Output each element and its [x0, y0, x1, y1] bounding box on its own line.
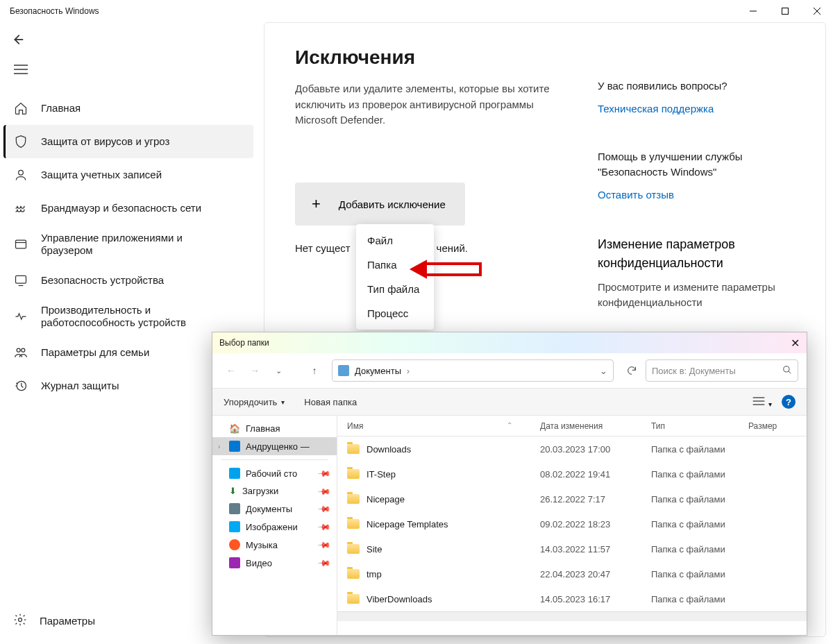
file-row[interactable]: Downloads20.03.2023 17:00Папка с файлами — [337, 437, 807, 461]
nav-back-button[interactable]: ← — [221, 360, 242, 381]
svg-point-8 — [19, 170, 24, 175]
minimize-button[interactable] — [737, 0, 769, 22]
refresh-button[interactable] — [621, 359, 643, 382]
file-type: Папка с файлами — [651, 594, 748, 604]
plus-icon: + — [312, 195, 321, 213]
svg-rect-9 — [16, 240, 26, 248]
nav-forward-button[interactable]: → — [244, 360, 265, 381]
nav-recent-button[interactable]: ⌄ — [268, 360, 289, 381]
pin-icon: 📌 — [317, 520, 332, 534]
file-name: Site — [367, 544, 540, 554]
file-type: Папка с файлами — [651, 444, 748, 455]
settings-link[interactable]: Параметры — [3, 604, 212, 637]
dialog-close-button[interactable]: ✕ — [791, 337, 800, 350]
sidebar-item-label: Производительность и работоспособность у… — [41, 304, 235, 329]
pin-icon: 📌 — [317, 466, 332, 481]
dropdown-item-file[interactable]: Файл — [356, 228, 434, 253]
horizontal-scrollbar[interactable] — [337, 611, 807, 621]
search-icon — [782, 365, 792, 377]
file-list-header: Имя⌃ Дата изменения Тип Размер — [337, 416, 807, 437]
pin-icon: 📌 — [317, 538, 332, 552]
support-link[interactable]: Техническая поддержка — [598, 103, 714, 115]
folder-picker-dialog: Выбор папки ✕ ← → ⌄ ↑ Документы ⌄ Поиск … — [212, 332, 807, 636]
download-icon: ⬇ — [229, 486, 237, 496]
organize-button[interactable]: Упорядочить ▾ — [224, 397, 285, 407]
sidebar-item-account[interactable]: Защита учетных записей — [3, 158, 253, 192]
sidebar-item-label: Журнал защиты — [41, 380, 119, 392]
onedrive-icon — [229, 441, 240, 452]
file-row[interactable]: Site14.03.2022 11:57Папка с файлами — [337, 536, 807, 561]
file-row[interactable]: ViberDownloads14.05.2023 16:17Папка с фа… — [337, 586, 807, 611]
sidebar-item-label: Управление приложениями и браузером — [41, 232, 221, 257]
sidebar-item-appbrowser[interactable]: Управление приложениями и браузером — [3, 225, 253, 264]
side-music[interactable]: Музыка📌 — [212, 536, 337, 554]
nav-up-button[interactable]: ↑ — [304, 360, 325, 381]
add-button-label: Добавить исключение — [339, 198, 446, 210]
sidebar-item-label: Брандмауэр и безопасность сети — [41, 202, 201, 214]
sort-indicator-icon: ⌃ — [507, 421, 512, 431]
help-improve-title: Помощь в улучшении службы "Безопасность … — [598, 149, 806, 180]
search-box[interactable]: Поиск в: Документы — [646, 359, 798, 382]
help-button[interactable]: ? — [782, 395, 796, 409]
dropdown-item-process[interactable]: Процесс — [356, 301, 434, 325]
file-date: 14.05.2023 16:17 — [540, 594, 651, 604]
side-desktop[interactable]: Рабочий сто📌 — [212, 464, 337, 482]
shield-icon — [13, 135, 28, 149]
close-button[interactable] — [801, 0, 833, 22]
svg-line-20 — [789, 371, 791, 373]
breadcrumb-segment[interactable]: Документы — [355, 366, 410, 376]
svg-rect-1 — [782, 8, 789, 15]
history-icon — [13, 379, 28, 393]
file-type: Папка с файлами — [651, 469, 748, 480]
col-type[interactable]: Тип — [651, 421, 748, 431]
sidebar-item-virus[interactable]: Защита от вирусов и угроз — [3, 125, 253, 158]
new-folder-button[interactable]: Новая папка — [304, 397, 357, 407]
side-pictures[interactable]: Изображени📌 — [212, 518, 337, 536]
view-button[interactable]: ▾ — [752, 396, 772, 409]
side-home[interactable]: 🏠Главная — [212, 420, 337, 437]
feedback-link[interactable]: Оставить отзыв — [598, 189, 674, 201]
sidebar-item-device[interactable]: Безопасность устройства — [3, 264, 253, 297]
file-date: 08.02.2022 19:41 — [540, 469, 651, 480]
window-controls — [737, 0, 833, 22]
chevron-right-icon: › — [218, 443, 220, 450]
dialog-nav: ← → ⌄ ↑ Документы ⌄ Поиск в: Документы — [212, 353, 807, 388]
side-documents[interactable]: Документы📌 — [212, 500, 337, 518]
gear-icon — [13, 613, 27, 629]
file-row[interactable]: Nicepage26.12.2022 7:17Папка с файлами — [337, 486, 807, 511]
chevron-down-icon[interactable]: ⌄ — [600, 366, 607, 376]
file-row[interactable]: tmp22.04.2023 20:47Папка с файлами — [337, 561, 807, 586]
col-date[interactable]: Дата изменения — [540, 421, 651, 431]
folder-icon — [347, 519, 360, 529]
sidebar-item-home[interactable]: Главная — [3, 92, 253, 125]
file-date: 20.03.2023 17:00 — [540, 444, 651, 455]
add-exclusion-button[interactable]: + Добавить исключение — [295, 183, 465, 226]
file-row[interactable]: IT-Step08.02.2022 19:41Папка с файлами — [337, 461, 807, 486]
sidebar-item-firewall[interactable]: Брандмауэр и безопасность сети — [3, 192, 253, 225]
col-size[interactable]: Размер — [748, 421, 807, 431]
sidebar-item-performance[interactable]: Производительность и работоспособность у… — [3, 297, 253, 336]
back-button[interactable] — [10, 32, 25, 49]
settings-label: Параметры — [40, 615, 95, 627]
svg-point-19 — [784, 366, 789, 371]
dialog-titlebar: Выбор папки ✕ — [212, 332, 807, 353]
col-name[interactable]: Имя⌃ — [347, 421, 540, 431]
file-type: Папка с файлами — [651, 519, 748, 529]
app-icon — [13, 237, 28, 251]
hamburger-menu[interactable] — [14, 64, 28, 77]
side-user[interactable]: ›Андрущенко — — [212, 437, 337, 455]
folder-icon — [347, 469, 360, 479]
side-video[interactable]: Видео📌 — [212, 554, 337, 572]
file-date: 14.03.2022 11:57 — [540, 544, 651, 554]
side-downloads[interactable]: ⬇Загрузки📌 — [212, 482, 337, 500]
maximize-button[interactable] — [769, 0, 801, 22]
folder-icon — [347, 544, 360, 554]
svg-rect-11 — [16, 276, 26, 283]
file-row[interactable]: Nicepage Templates09.02.2022 18:23Папка … — [337, 511, 807, 536]
titlebar: Безопасность Windows — [0, 0, 833, 22]
file-list: Имя⌃ Дата изменения Тип Размер Downloads… — [337, 416, 807, 635]
device-icon — [13, 273, 28, 287]
home-icon — [13, 101, 28, 115]
address-bar[interactable]: Документы ⌄ — [332, 359, 614, 382]
heartbeat-icon — [13, 310, 28, 323]
